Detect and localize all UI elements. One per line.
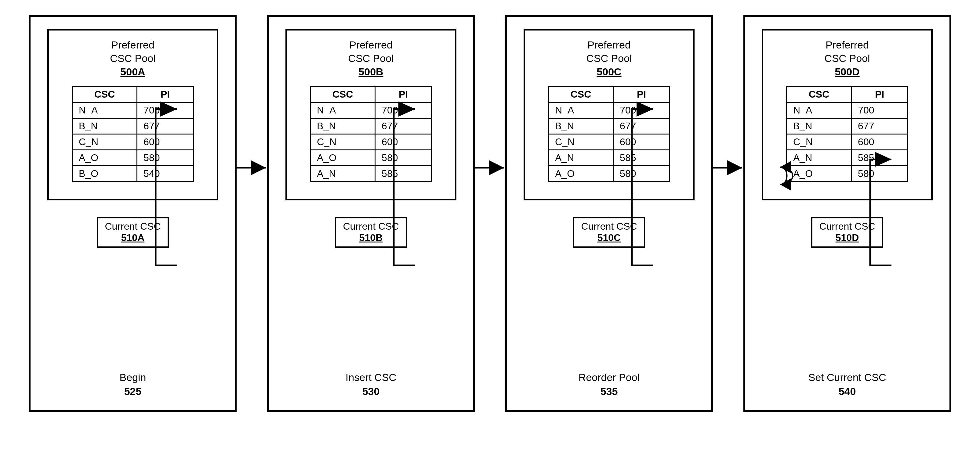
csc-table: CSCPIN_A700B_N677C_N600A_N585A_O580 bbox=[548, 86, 670, 182]
cell-csc: C_N bbox=[787, 134, 851, 150]
current-csc-label: Current CSC bbox=[819, 221, 875, 232]
table-row: N_A700 bbox=[787, 102, 908, 118]
table-row: C_N600 bbox=[549, 134, 670, 150]
pool-id: 500D bbox=[824, 65, 870, 78]
cell-pi: 600 bbox=[851, 134, 908, 150]
current-csc-box: Current CSC510C bbox=[573, 217, 645, 247]
cell-pi: 580 bbox=[137, 150, 194, 166]
panel-caption-number: 540 bbox=[745, 385, 950, 399]
table-row: A_O580 bbox=[72, 150, 194, 166]
table-row: A_O580 bbox=[549, 166, 670, 181]
table-row: C_N600 bbox=[310, 134, 432, 150]
cell-csc: C_N bbox=[72, 134, 137, 150]
cell-pi: 540 bbox=[137, 166, 194, 181]
table-row: N_A700 bbox=[549, 102, 670, 118]
panel-caption-number: 530 bbox=[269, 385, 473, 399]
current-csc-id: 510B bbox=[343, 232, 399, 243]
preferred-csc-pool: Preferred CSC Pool500CCSCPIN_A700B_N677C… bbox=[523, 29, 695, 200]
cell-csc: N_A bbox=[310, 102, 375, 118]
panel-caption-text: Insert CSC bbox=[269, 371, 473, 385]
cell-csc: C_N bbox=[549, 134, 613, 150]
cell-csc: C_N bbox=[310, 134, 375, 150]
current-csc-box: Current CSC510A bbox=[97, 217, 169, 247]
panel: Preferred CSC Pool500BCSCPIN_A700B_N677C… bbox=[267, 15, 475, 412]
table-row: C_N600 bbox=[72, 134, 194, 150]
csc-table: CSCPIN_A700B_N677C_N600A_O580B_O540 bbox=[72, 86, 194, 182]
cell-csc: B_N bbox=[787, 118, 851, 134]
preferred-csc-pool: Preferred CSC Pool500BCSCPIN_A700B_N677C… bbox=[285, 29, 457, 200]
cell-csc: B_N bbox=[549, 118, 613, 134]
cell-pi: 600 bbox=[137, 134, 194, 150]
table-row: N_A700 bbox=[310, 102, 432, 118]
table-row: B_N677 bbox=[72, 118, 194, 134]
pool-id: 500A bbox=[110, 65, 155, 78]
cell-pi: 677 bbox=[851, 118, 908, 134]
pool-title: Preferred CSC Pool500D bbox=[824, 38, 870, 79]
pool-id: 500B bbox=[348, 65, 393, 78]
table-row: A_N585 bbox=[787, 150, 908, 166]
table-row: A_O580 bbox=[787, 166, 908, 181]
pool-label: Preferred CSC Pool bbox=[348, 38, 393, 65]
col-pi: PI bbox=[613, 86, 670, 102]
cell-pi: 600 bbox=[613, 134, 670, 150]
preferred-csc-pool: Preferred CSC Pool500ACSCPIN_A700B_N677C… bbox=[47, 29, 218, 200]
panel: Preferred CSC Pool500ACSCPIN_A700B_N677C… bbox=[29, 15, 237, 412]
cell-pi: 677 bbox=[375, 118, 432, 134]
preferred-csc-pool: Preferred CSC Pool500DCSCPIN_A700B_N677C… bbox=[762, 29, 933, 200]
col-pi: PI bbox=[137, 86, 194, 102]
cell-csc: A_O bbox=[787, 166, 851, 181]
pool-label: Preferred CSC Pool bbox=[110, 38, 155, 65]
csc-table: CSCPIN_A700B_N677C_N600A_O580A_N585 bbox=[310, 86, 432, 182]
current-csc-box: Current CSC510B bbox=[335, 217, 407, 247]
cell-csc: A_O bbox=[310, 150, 375, 166]
panel-caption-text: Set Current CSC bbox=[745, 371, 950, 385]
cell-pi: 580 bbox=[613, 166, 670, 181]
col-csc: CSC bbox=[72, 86, 137, 102]
panel-caption: Reorder Pool535 bbox=[507, 371, 711, 399]
current-csc-box: Current CSC510D bbox=[811, 217, 883, 247]
pool-title: Preferred CSC Pool500C bbox=[586, 38, 632, 79]
cell-pi: 585 bbox=[375, 166, 432, 181]
cell-csc: N_A bbox=[787, 102, 851, 118]
cell-pi: 677 bbox=[613, 118, 670, 134]
pool-label: Preferred CSC Pool bbox=[824, 38, 870, 65]
cell-csc: A_N bbox=[549, 150, 613, 166]
current-csc-label: Current CSC bbox=[581, 221, 637, 232]
cell-pi: 580 bbox=[375, 150, 432, 166]
table-row: A_O580 bbox=[310, 150, 432, 166]
table-row: A_N585 bbox=[310, 166, 432, 181]
panel-caption-text: Reorder Pool bbox=[507, 371, 711, 385]
current-csc-label: Current CSC bbox=[105, 221, 161, 232]
cell-pi: 700 bbox=[137, 102, 194, 118]
table-row: B_N677 bbox=[310, 118, 432, 134]
cell-pi: 580 bbox=[851, 166, 908, 181]
pool-id: 500C bbox=[586, 65, 632, 78]
table-row: B_N677 bbox=[549, 118, 670, 134]
cell-csc: N_A bbox=[72, 102, 137, 118]
cell-csc: B_N bbox=[310, 118, 375, 134]
cell-csc: A_N bbox=[310, 166, 375, 181]
cell-pi: 585 bbox=[851, 150, 908, 166]
cell-pi: 677 bbox=[137, 118, 194, 134]
cell-csc: B_O bbox=[72, 166, 137, 181]
panel-caption-number: 525 bbox=[30, 385, 235, 399]
panel-caption: Set Current CSC540 bbox=[745, 371, 950, 399]
cell-pi: 600 bbox=[375, 134, 432, 150]
cell-pi: 700 bbox=[375, 102, 432, 118]
pool-title: Preferred CSC Pool500B bbox=[348, 38, 393, 79]
cell-csc: A_O bbox=[72, 150, 137, 166]
cell-csc: A_N bbox=[787, 150, 851, 166]
current-csc-label: Current CSC bbox=[343, 221, 399, 232]
panel-caption-number: 535 bbox=[507, 385, 711, 399]
csc-table: CSCPIN_A700B_N677C_N600A_N585A_O580 bbox=[786, 86, 908, 182]
col-pi: PI bbox=[375, 86, 432, 102]
pool-label: Preferred CSC Pool bbox=[586, 38, 632, 65]
current-csc-id: 510C bbox=[581, 232, 637, 243]
table-row: B_N677 bbox=[787, 118, 908, 134]
cell-csc: A_O bbox=[549, 166, 613, 181]
current-csc-id: 510A bbox=[105, 232, 161, 243]
diagram-stage: Preferred CSC Pool500ACSCPIN_A700B_N677C… bbox=[15, 15, 965, 412]
panel-caption: Begin525 bbox=[30, 371, 235, 399]
panel-caption-text: Begin bbox=[30, 371, 235, 385]
table-row: A_N585 bbox=[549, 150, 670, 166]
